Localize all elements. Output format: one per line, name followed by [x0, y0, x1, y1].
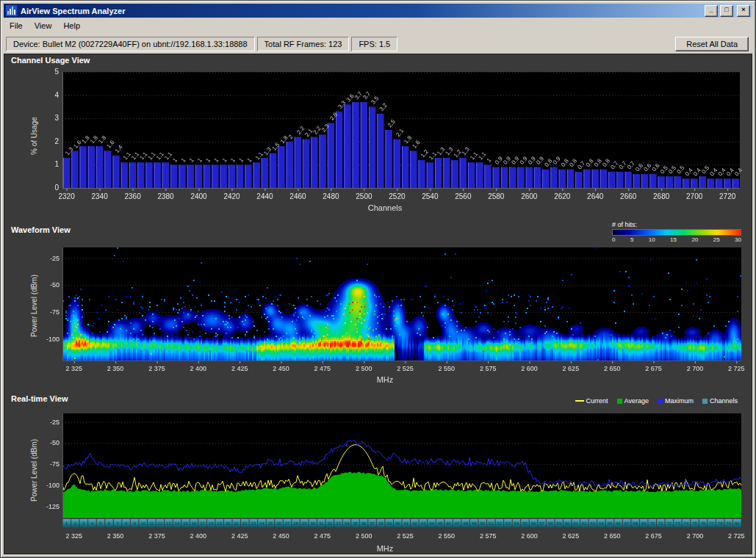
realtime-legend: CurrentAverageMaximumChannels	[575, 397, 738, 405]
channels-marker-icon	[702, 399, 708, 404]
legend-item-average: Average	[617, 397, 649, 405]
legend-label: Average	[624, 397, 649, 405]
waveform-chart-canvas	[20, 243, 750, 386]
channel-usage-chart-canvas	[20, 68, 750, 215]
hits-tick-label: 30	[735, 236, 741, 243]
channel-usage-xlabel: Channels	[20, 203, 750, 212]
hits-tick-label: 10	[649, 236, 655, 243]
hits-tick-label: 15	[670, 236, 677, 243]
legend-label: Maximum	[665, 397, 694, 405]
hits-legend-label: # of hits:	[612, 221, 741, 228]
hits-tick-label: 20	[691, 236, 698, 243]
hits-gradient-bar	[612, 229, 741, 236]
hits-legend-ticks: 051015202530	[612, 236, 741, 243]
hits-tick-label: 25	[713, 236, 720, 243]
rf-frames-status: Total RF Frames: 123	[257, 37, 350, 51]
realtime-title: Real-time View	[11, 394, 68, 403]
current-marker-icon	[575, 400, 584, 402]
channel-usage-title: Channel Usage View	[11, 56, 90, 65]
menu-file[interactable]: File	[4, 19, 29, 32]
reset-all-data-button[interactable]: Reset All Data	[675, 37, 749, 51]
waveform-xlabel: MHz	[20, 375, 750, 384]
minimize-button[interactable]: _	[705, 5, 718, 17]
window-title: AirView Spectrum Analyzer	[19, 7, 702, 15]
realtime-chart-canvas	[20, 409, 750, 553]
menu-bar: File View Help	[4, 18, 752, 33]
legend-item-maximum: Maximum	[658, 397, 694, 405]
hits-legend: # of hits: 051015202530	[612, 221, 741, 243]
close-button[interactable]: ×	[737, 5, 750, 17]
menu-help[interactable]: Help	[57, 19, 86, 32]
maximize-button[interactable]: □	[720, 5, 733, 17]
average-marker-icon	[617, 399, 622, 404]
title-bar[interactable]: AirView Spectrum Analyzer _ □ ×	[4, 4, 752, 18]
fps-status: FPS: 1.5	[351, 37, 397, 51]
legend-label: Current	[586, 397, 608, 405]
waveform-title: Waveform View	[11, 225, 71, 234]
hits-tick-label: 5	[630, 236, 633, 243]
app-window: AirView Spectrum Analyzer _ □ × File Vie…	[0, 0, 756, 558]
legend-label: Channels	[710, 397, 738, 405]
app-icon[interactable]	[6, 5, 17, 16]
menu-view[interactable]: View	[29, 19, 58, 32]
device-status: Device: Bullet M2 (0027229A40FF) on ubnt…	[6, 37, 255, 51]
legend-item-current: Current	[575, 397, 608, 405]
toolbar: Device: Bullet M2 (0027229A40FF) on ubnt…	[4, 34, 752, 54]
realtime-xlabel: MHz	[20, 544, 750, 553]
legend-item-channels: Channels	[702, 397, 738, 405]
hits-tick-label: 0	[612, 236, 615, 243]
maximum-marker-icon	[658, 399, 663, 404]
